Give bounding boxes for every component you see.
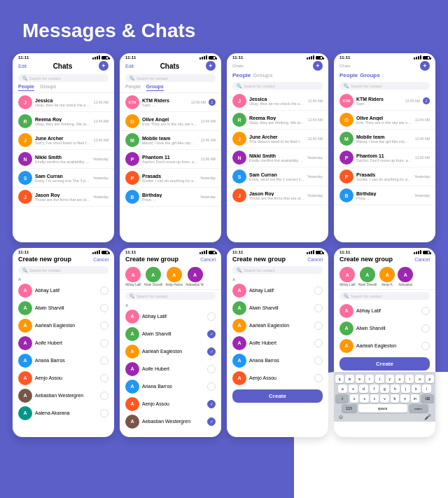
key-i[interactable]: i <box>405 375 414 383</box>
contact-checkbox[interactable] <box>207 330 216 338</box>
key-o[interactable]: o <box>415 375 424 383</box>
add-btn-3[interactable]: + <box>313 61 323 71</box>
contact-item[interactable]: A Aenjo Assou <box>227 369 328 387</box>
search-6[interactable]: 🔍 Search for contact <box>125 292 216 300</box>
contact-item[interactable]: A Abhay Latif <box>227 282 328 299</box>
key-123[interactable]: 123 <box>342 404 357 413</box>
groups-tab-4[interactable]: Groups <box>360 72 379 78</box>
contact-checkbox[interactable] <box>100 339 108 347</box>
edit-btn-1[interactable]: Edit <box>18 64 27 69</box>
contact-item[interactable]: A Ariana Barros <box>227 352 328 369</box>
contact-checkbox[interactable] <box>421 342 430 350</box>
cancel-btn-7[interactable]: Cancel <box>307 257 323 262</box>
key-x[interactable]: x <box>360 394 368 403</box>
chat-item[interactable]: B Birthday Priya: ... Yesterday <box>120 188 221 207</box>
contact-checkbox[interactable] <box>207 365 216 373</box>
contact-item[interactable]: A Aoife Hubert <box>13 334 114 352</box>
key-y[interactable]: y <box>386 375 394 383</box>
key-k[interactable]: k <box>412 385 421 393</box>
chat-item[interactable]: J Jason Roy Those are the firms that are… <box>227 186 328 205</box>
contact-item[interactable]: A Aenjo Assou <box>120 395 221 413</box>
chat-item[interactable]: N Nikki Smith Kindly confirm the availab… <box>13 150 114 169</box>
contact-checkbox[interactable] <box>314 304 323 312</box>
contact-checkbox[interactable] <box>314 286 323 295</box>
contact-item[interactable]: A Aenjo Assou <box>13 369 114 387</box>
cancel-btn-8[interactable]: Cancel <box>414 257 430 262</box>
contact-checkbox[interactable] <box>207 382 216 391</box>
search-2[interactable]: 🔍 Search for contact <box>125 74 216 82</box>
contact-item[interactable]: A Ariana Barros <box>120 378 221 395</box>
contact-checkbox[interactable] <box>314 339 323 347</box>
key-s[interactable]: s <box>349 385 358 393</box>
contact-item[interactable]: A Abhay Latif <box>334 302 435 319</box>
contact-item[interactable]: A Aebastian Westergren <box>120 413 221 430</box>
chat-item[interactable]: O Olive Angel Eria: They are in the sky … <box>120 112 221 131</box>
contact-checkbox[interactable] <box>314 374 323 382</box>
contact-checkbox[interactable] <box>421 307 430 315</box>
contact-checkbox[interactable] <box>207 347 216 356</box>
key-m[interactable]: m <box>411 394 419 403</box>
key-j[interactable]: j <box>401 385 410 393</box>
contact-checkbox[interactable] <box>314 357 323 365</box>
chat-item[interactable]: P Phantom 11 Sachin: Don't move up from,… <box>334 148 435 167</box>
chat-item[interactable]: P Prasads Sunita: I can do anything for … <box>334 167 435 186</box>
key-a[interactable]: a <box>338 385 347 393</box>
contact-checkbox[interactable] <box>100 374 108 382</box>
contact-checkbox[interactable] <box>314 321 323 330</box>
create-button-8[interactable]: Create <box>340 357 430 371</box>
chat-item[interactable]: KTM KTM Riders Sam: ... 12:45 AM 2 <box>334 92 435 111</box>
key-v[interactable]: v <box>380 394 388 403</box>
key-q[interactable]: q <box>335 375 344 383</box>
tab-groups-2[interactable]: Groups <box>146 84 164 91</box>
chat-item[interactable]: R Reema Roy Okay, they are thinking. We … <box>13 112 114 131</box>
key-n[interactable]: n <box>400 394 409 403</box>
create-button-7[interactable]: Create <box>232 389 323 403</box>
key-delete[interactable]: ⌫ <box>421 394 434 403</box>
tab-people-1[interactable]: People <box>18 84 34 91</box>
add-btn-2[interactable]: + <box>206 61 216 71</box>
add-btn-1[interactable]: + <box>99 61 108 71</box>
key-shift[interactable]: ⇧ <box>335 394 349 403</box>
emoji-icon[interactable]: ☺ <box>338 414 344 420</box>
key-e[interactable]: e <box>356 375 364 383</box>
contact-item[interactable]: A Abhay Latif <box>13 282 114 299</box>
edit-btn-2[interactable]: Edit <box>125 64 134 69</box>
key-z[interactable]: z <box>350 394 358 403</box>
key-p[interactable]: p <box>426 375 434 383</box>
key-b[interactable]: b <box>391 394 399 403</box>
contact-item[interactable]: A Ariana Barros <box>13 352 114 369</box>
groups-tab-3[interactable]: Groups <box>253 72 272 78</box>
contact-item[interactable]: A Alwin Sharvill <box>227 299 328 317</box>
key-l[interactable]: l <box>422 385 431 393</box>
contact-checkbox[interactable] <box>100 409 108 417</box>
key-t[interactable]: t <box>375 375 384 383</box>
search-3[interactable]: 🔍 Search for contact <box>232 82 323 90</box>
chat-item[interactable]: J Jessica Okay, then let me check the av… <box>13 93 114 112</box>
mic-icon[interactable]: 🎤 <box>424 414 431 420</box>
add-btn-4[interactable]: + <box>420 61 430 71</box>
chat-item[interactable]: O Olive Angel Eria: They are in the sky … <box>334 111 435 130</box>
contact-checkbox[interactable] <box>100 392 108 400</box>
people-tab-3[interactable]: People <box>232 72 251 78</box>
key-w[interactable]: w <box>345 375 354 383</box>
search-5[interactable]: 🔍 Search for contact <box>18 266 108 274</box>
chat-item[interactable]: J June Archer Sorry, I've short-listed t… <box>13 131 114 150</box>
chat-item[interactable]: N Nikki Smith Kindly confirm the availab… <box>227 148 328 167</box>
chat-item[interactable]: R Reema Roy Okay, they are thinking. We … <box>227 111 328 130</box>
key-u[interactable]: u <box>396 375 404 383</box>
chat-item[interactable]: M Mobile team Manoj: I love the girl-lik… <box>334 130 435 148</box>
contact-checkbox[interactable] <box>421 324 430 333</box>
chat-item[interactable]: S Sam Curran Emily, send me the 1 correc… <box>227 167 328 186</box>
contact-item[interactable]: A Aarleah Eagleston <box>334 337 435 354</box>
key-h[interactable]: h <box>391 385 400 393</box>
contact-item[interactable]: A Alwin Sharvill <box>13 299 114 317</box>
key-d[interactable]: d <box>359 385 368 393</box>
contact-checkbox[interactable] <box>207 417 216 426</box>
key-g[interactable]: g <box>380 385 389 393</box>
chat-item[interactable]: P Prasads Sunita: I can do anything for … <box>120 169 221 188</box>
key-c[interactable]: c <box>370 394 379 403</box>
search-8[interactable]: 🔍 Search for contact <box>340 292 430 300</box>
chat-item[interactable]: S Sam Curran Emily, I'm turning into The… <box>13 169 114 188</box>
chat-item[interactable]: J June Archer This doesn't need to be fi… <box>227 130 328 148</box>
contact-item[interactable]: A Aarleah Eagleston <box>13 317 114 334</box>
